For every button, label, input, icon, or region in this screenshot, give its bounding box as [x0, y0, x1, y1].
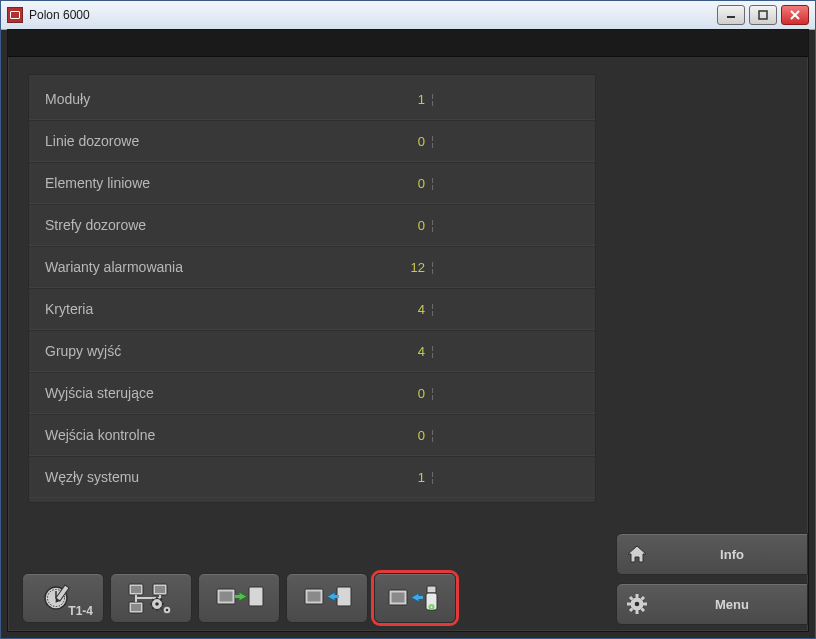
gear-icon: [617, 593, 657, 615]
svg-rect-44: [417, 596, 423, 599]
row-label: Wyjścia sterujące: [45, 385, 385, 401]
info-button[interactable]: Info: [616, 533, 808, 575]
svg-rect-32: [220, 592, 233, 602]
row-warianty-alarmowania[interactable]: Warianty alarmowania 12 ¦: [29, 246, 595, 288]
minimize-button[interactable]: [717, 5, 745, 25]
row-divider-icon: ¦: [431, 176, 434, 190]
home-icon: [617, 544, 657, 564]
row-linie-dozorowe[interactable]: Linie dozorowe 0 ¦: [29, 120, 595, 162]
svg-rect-15: [131, 604, 141, 611]
svg-line-26: [161, 608, 163, 610]
export-usb-icon: [385, 582, 445, 614]
row-value: 0: [385, 134, 425, 149]
row-divider-icon: ¦: [431, 386, 434, 400]
app-surface: Moduły 1 ¦ Linie dozorowe 0 ¦ Elementy l…: [7, 29, 809, 632]
svg-point-30: [166, 609, 169, 612]
svg-line-55: [630, 597, 633, 600]
window-title: Polon 6000: [29, 8, 90, 22]
svg-rect-11: [131, 586, 141, 593]
svg-point-50: [635, 602, 640, 607]
row-label: Linie dozorowe: [45, 133, 385, 149]
row-divider-icon: ¦: [431, 260, 434, 274]
row-label: Wejścia kontrolne: [45, 427, 385, 443]
minimize-icon: [726, 10, 736, 20]
svg-rect-45: [427, 586, 436, 593]
row-wezly-systemu[interactable]: Węzły systemu 1 ¦: [29, 456, 595, 498]
app-icon: [7, 7, 23, 23]
top-band: [8, 30, 808, 57]
svg-rect-13: [155, 586, 165, 593]
row-value: 1: [385, 92, 425, 107]
row-value: 12: [385, 260, 425, 275]
row-divider-icon: ¦: [431, 218, 434, 232]
row-divider-icon: ¦: [431, 470, 434, 484]
config-list: Moduły 1 ¦ Linie dozorowe 0 ¦ Elementy l…: [28, 74, 596, 503]
row-label: Warianty alarmowania: [45, 259, 385, 275]
row-value: 1: [385, 470, 425, 485]
row-label: Węzły systemu: [45, 469, 385, 485]
row-label: Moduły: [45, 91, 385, 107]
svg-point-20: [155, 602, 159, 606]
row-grupy-wyjsc[interactable]: Grupy wyjść 4 ¦: [29, 330, 595, 372]
network-config-button[interactable]: [110, 573, 192, 623]
window-frame: Polon 6000 Moduły 1 ¦: [0, 0, 816, 639]
row-value: 0: [385, 218, 425, 233]
row-divider-icon: ¦: [431, 344, 434, 358]
network-gears-icon: [123, 580, 179, 616]
maximize-icon: [758, 10, 768, 20]
svg-line-57: [630, 609, 633, 612]
svg-rect-42: [392, 593, 405, 603]
svg-rect-35: [235, 595, 241, 598]
row-wejscia-kontrolne[interactable]: Wejścia kontrolne 0 ¦: [29, 414, 595, 456]
row-kryteria[interactable]: Kryteria 4 ¦: [29, 288, 595, 330]
close-button[interactable]: [781, 5, 809, 25]
time-edit-button[interactable]: T1-4: [22, 573, 104, 623]
svg-rect-40: [333, 595, 339, 598]
row-value: 4: [385, 302, 425, 317]
row-value: 0: [385, 386, 425, 401]
svg-marker-48: [628, 546, 646, 562]
svg-rect-46: [426, 593, 437, 610]
close-icon: [790, 10, 800, 20]
content-area: Moduły 1 ¦ Linie dozorowe 0 ¦ Elementy l…: [8, 56, 808, 631]
row-label: Kryteria: [45, 301, 385, 317]
menu-button[interactable]: Menu: [616, 583, 808, 625]
export-usb-button[interactable]: [374, 573, 456, 623]
row-value: 0: [385, 428, 425, 443]
import-icon: [211, 583, 267, 613]
svg-line-56: [642, 609, 645, 612]
menu-label: Menu: [657, 597, 807, 612]
row-divider-icon: ¦: [431, 428, 434, 442]
row-label: Elementy liniowe: [45, 175, 385, 191]
svg-rect-38: [337, 587, 351, 606]
time-edit-label: T1-4: [68, 604, 93, 618]
import-button[interactable]: [198, 573, 280, 623]
export-button[interactable]: [286, 573, 368, 623]
row-moduly[interactable]: Moduły 1 ¦: [29, 79, 595, 120]
svg-rect-1: [759, 11, 767, 19]
row-wyjscia-sterujace[interactable]: Wyjścia sterujące 0 ¦: [29, 372, 595, 414]
row-value: 0: [385, 176, 425, 191]
row-value: 4: [385, 344, 425, 359]
row-label: Grupy wyjść: [45, 343, 385, 359]
titlebar: Polon 6000: [1, 1, 815, 30]
svg-rect-33: [249, 587, 263, 606]
info-label: Info: [657, 547, 807, 562]
svg-line-28: [161, 599, 163, 601]
svg-line-25: [152, 599, 154, 601]
bottom-toolbar: T1-4: [22, 573, 456, 623]
row-divider-icon: ¦: [431, 302, 434, 316]
maximize-button[interactable]: [749, 5, 777, 25]
svg-line-27: [152, 608, 154, 610]
window-controls: [717, 5, 809, 25]
export-icon: [299, 583, 355, 613]
svg-rect-37: [308, 592, 321, 602]
row-divider-icon: ¦: [431, 92, 434, 106]
row-elementy-liniowe[interactable]: Elementy liniowe 0 ¦: [29, 162, 595, 204]
side-nav: Info: [616, 533, 808, 625]
svg-line-58: [642, 597, 645, 600]
row-strefy-dozorowe[interactable]: Strefy dozorowe 0 ¦: [29, 204, 595, 246]
row-label: Strefy dozorowe: [45, 217, 385, 233]
row-divider-icon: ¦: [431, 134, 434, 148]
